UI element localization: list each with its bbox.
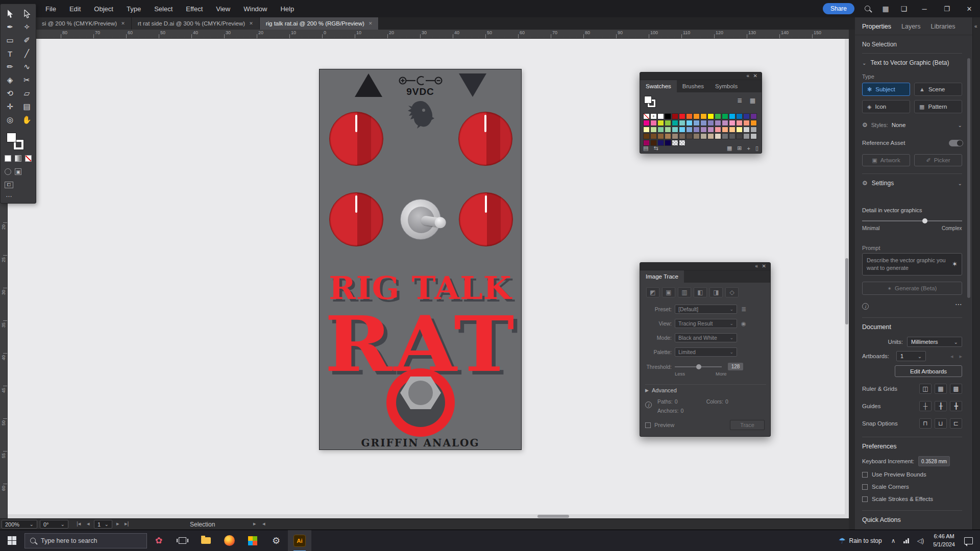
swatch[interactable] [643,133,650,139]
swatch[interactable] [679,133,685,139]
prompt-input[interactable]: Describe the vector graphic you want to … [862,253,962,276]
swatch[interactable] [686,133,693,139]
prev-artboard-icon[interactable]: ◂ [950,353,953,360]
pen-tool[interactable]: ✒ [2,20,18,34]
preview-checkbox[interactable] [645,422,651,428]
swatch[interactable] [657,120,664,126]
gradient-fill-icon[interactable] [15,155,21,162]
expand-dock-icon[interactable]: « [974,23,977,29]
units-dropdown[interactable]: Millimeters⌄ [907,337,962,347]
swatch-libraries-icon[interactable]: ▤ [643,145,648,152]
swatch[interactable] [707,113,714,119]
type-tool[interactable]: T [2,47,18,60]
eraser-tool[interactable]: ◈ [2,73,18,87]
picker-button[interactable]: ✐ Picker [914,154,962,166]
network-icon[interactable] [899,538,913,543]
draw-inside-icon[interactable]: ▣ [15,168,21,175]
menu-effect[interactable]: Effect [186,5,203,13]
transparency-grid-icon[interactable]: ▩ [950,384,962,394]
none-fill-icon[interactable] [25,155,32,162]
high-color-icon[interactable]: ▣ [662,287,675,297]
swatch[interactable] [643,113,650,119]
threshold-value[interactable]: 128 [728,363,743,370]
status-collapse-icon[interactable]: ◂ [262,520,265,527]
swatch[interactable] [686,120,693,126]
draw-normal-icon[interactable] [5,168,11,175]
file-explorer-icon[interactable] [194,530,217,551]
checkbox-scale-corners[interactable] [862,484,868,490]
close-button[interactable]: ✕ [962,5,977,13]
selection-tool[interactable] [2,7,18,20]
next-artboard-icon[interactable]: ▸ [959,353,962,360]
weather-widget[interactable]: ☂ Rain to stop [834,536,887,545]
threshold-slider-knob[interactable] [696,364,701,369]
swatch[interactable] [686,113,693,119]
snap-to-grid-icon[interactable]: ⊔ [935,418,947,429]
swatch[interactable] [750,113,757,119]
close-tab-icon[interactable]: ✕ [121,21,125,26]
zoom-tool[interactable]: ◎ [2,113,18,127]
mode-dropdown[interactable]: Black and White⌄ [675,333,737,342]
h-scrollbar-thumb[interactable] [537,515,569,518]
swatch[interactable] [743,120,750,126]
swatch[interactable] [693,113,700,119]
close-tab-icon[interactable]: ✕ [369,21,373,26]
gradient-tool[interactable]: ▤ [18,100,35,113]
swatch[interactable] [722,113,728,119]
last-artboard-icon[interactable]: ▸| [125,520,129,527]
paintbrush-tool[interactable]: ✐ [18,34,35,47]
type-option-icon[interactable]: ◈Icon [862,100,910,113]
menu-file[interactable]: File [45,5,56,13]
swatch[interactable] [679,127,685,133]
swatch[interactable] [722,133,728,139]
fill-color-swatch[interactable] [7,133,16,142]
type-option-subject[interactable]: ✻Subject [862,83,910,96]
menu-edit[interactable]: Edit [69,5,81,13]
view-eye-icon[interactable]: ◉ [741,320,746,327]
swatch[interactable]: + [650,113,657,119]
swatch[interactable] [665,133,671,139]
taskbar-search-input[interactable]: Type here to search [24,533,147,548]
swatch[interactable] [729,120,736,126]
panel-tab-properties[interactable]: Properties [862,23,891,30]
low-color-icon[interactable]: ▥ [678,287,691,297]
menu-object[interactable]: Object [94,5,113,13]
detail-slider-knob[interactable] [922,218,927,223]
menu-window[interactable]: Window [243,5,267,13]
swatch[interactable] [715,133,721,139]
menu-select[interactable]: Select [154,5,173,13]
more-options-icon[interactable]: ⋯ [955,300,962,308]
firefox-icon[interactable] [217,530,241,551]
line-segment-tool[interactable]: ╱ [18,47,35,60]
swatch[interactable] [743,127,750,133]
canvas-horizontal-scrollbar[interactable] [8,514,849,518]
swatch[interactable] [743,133,750,139]
checkbox-use-preview-bounds[interactable] [862,472,868,478]
swatch[interactable] [715,120,721,126]
show-grid-icon[interactable]: ▦ [935,384,947,394]
share-button[interactable]: Share [823,3,854,14]
volume-icon[interactable]: ◁) [913,537,928,544]
list-view-icon[interactable]: ≣ [737,97,742,104]
swatch[interactable] [693,127,700,133]
collapse-panel-icon[interactable]: « [746,73,749,79]
swatches-panel-tab[interactable]: Brushes [677,80,709,92]
pencil-tool[interactable]: ✏ [2,60,18,73]
previous-artboard-icon[interactable]: ◂ [87,520,90,527]
edit-artboards-button[interactable]: Edit Artboards [895,365,962,377]
swatch[interactable] [693,133,700,139]
rotate-tool[interactable]: ⟲ [2,87,18,100]
settings-icon[interactable]: ⚙ [264,530,288,551]
screen-mode-icon[interactable]: ⧠ [5,182,13,188]
swatch[interactable] [700,113,707,119]
swatch[interactable] [657,127,664,133]
swatch[interactable] [707,120,714,126]
dock-scrollbar-thumb[interactable] [967,58,970,298]
keyboard-increment-input[interactable]: 0.3528 mm [918,456,950,466]
image-trace-tab[interactable]: Image Trace [640,270,684,283]
arrange-documents-icon[interactable]: ▦ [880,5,891,13]
scissors-tool[interactable]: ✂ [18,73,35,87]
search-icon[interactable] [862,5,873,13]
swatch[interactable] [750,133,757,139]
checkbox-scale-strokes-effects[interactable] [862,496,868,502]
